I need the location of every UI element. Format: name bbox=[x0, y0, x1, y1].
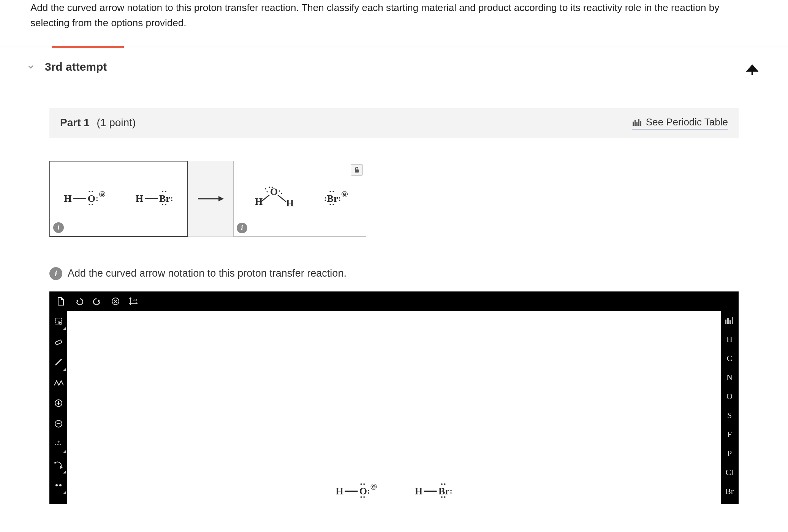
negative-charge-icon: ⊖ bbox=[371, 484, 377, 490]
svg-text:•: • bbox=[278, 188, 280, 194]
svg-point-43 bbox=[59, 484, 62, 486]
element-n-button[interactable]: N bbox=[721, 368, 738, 387]
info-icon[interactable]: i bbox=[49, 267, 62, 280]
select-icon[interactable] bbox=[50, 311, 67, 331]
attempt-label: 3rd attempt bbox=[45, 60, 107, 73]
chain-icon[interactable] bbox=[50, 372, 67, 393]
svg-rect-2 bbox=[635, 120, 636, 126]
svg-marker-27 bbox=[136, 302, 138, 304]
attempt-bar: 3rd attempt bbox=[0, 46, 788, 78]
editor-top-toolbar: 2D bbox=[50, 292, 738, 311]
svg-rect-18 bbox=[355, 169, 359, 173]
collapse-arrow-icon[interactable] bbox=[744, 60, 758, 74]
reaction-arrow bbox=[188, 161, 233, 237]
element-cl-button[interactable]: Cl bbox=[721, 463, 738, 482]
part-header: Part 1 (1 point) See Periodic Table bbox=[49, 108, 739, 138]
view-2d-button[interactable]: 2D bbox=[128, 296, 139, 307]
negative-charge-icon: ⊖ bbox=[342, 191, 348, 197]
canvas-hbr[interactable]: H ••Br••: bbox=[415, 486, 453, 497]
svg-text:•: • bbox=[265, 186, 266, 192]
periodic-mini-icon[interactable] bbox=[721, 311, 738, 330]
canvas-hydroxide[interactable]: H ••O••: ⊖ bbox=[336, 486, 377, 497]
svg-text:•: • bbox=[281, 191, 282, 196]
minus-charge-icon[interactable] bbox=[50, 413, 67, 434]
element-s-button[interactable]: S bbox=[721, 406, 738, 425]
negative-charge-icon: ⊖ bbox=[99, 191, 105, 197]
svg-rect-4 bbox=[638, 119, 639, 126]
element-br-button[interactable]: Br bbox=[721, 482, 738, 501]
clear-icon[interactable] bbox=[110, 296, 121, 307]
svg-text:H: H bbox=[286, 198, 294, 209]
info-icon[interactable]: i bbox=[237, 223, 247, 233]
svg-rect-44 bbox=[725, 320, 726, 324]
info-icon[interactable]: i bbox=[53, 222, 64, 233]
instruction-text: Add the curved arrow notation to this pr… bbox=[68, 268, 347, 279]
element-p-button[interactable]: P bbox=[721, 444, 738, 463]
lone-pair-icon[interactable]: + bbox=[50, 434, 67, 454]
editor-canvas[interactable]: H ••O••: ⊖ H ••Br••: bbox=[67, 311, 721, 504]
svg-point-41 bbox=[54, 462, 56, 464]
svg-text:• •: • • bbox=[269, 186, 273, 190]
editor-right-toolbar: H C N O S F P Cl Br bbox=[721, 311, 738, 504]
chevron-down-icon[interactable] bbox=[27, 63, 35, 71]
svg-rect-46 bbox=[729, 320, 731, 324]
plus-charge-icon[interactable] bbox=[50, 393, 67, 413]
eraser-icon[interactable] bbox=[50, 331, 67, 352]
structure-editor[interactable]: 2D bbox=[49, 291, 739, 504]
undo-icon[interactable] bbox=[73, 296, 85, 307]
periodic-table-label: See Periodic Table bbox=[646, 116, 728, 128]
element-h-button[interactable]: H bbox=[721, 330, 738, 349]
products-box[interactable]: H O • • • • • • H : ••Br••: ⊖ bbox=[233, 161, 366, 237]
svg-text:+: + bbox=[57, 440, 60, 445]
question-text: Add the curved arrow notation to this pr… bbox=[0, 0, 788, 46]
svg-point-42 bbox=[55, 484, 58, 486]
reactants-box[interactable]: H ••O••: ⊖ H ••Br••: i bbox=[49, 161, 188, 237]
bond-icon[interactable] bbox=[50, 352, 67, 372]
attempt-active-underline bbox=[52, 46, 124, 48]
lock-icon bbox=[351, 164, 363, 176]
svg-rect-3 bbox=[636, 122, 638, 126]
svg-rect-1 bbox=[633, 122, 634, 126]
redo-icon[interactable] bbox=[92, 296, 103, 307]
reactant-hydroxide: H ••O••: ⊖ bbox=[64, 193, 105, 204]
svg-text:•: • bbox=[266, 189, 268, 195]
part-title: Part 1 bbox=[60, 117, 90, 128]
product-bromide: : ••Br••: ⊖ bbox=[324, 193, 348, 204]
see-periodic-table-button[interactable]: See Periodic Table bbox=[632, 116, 728, 130]
part-points: (1 point) bbox=[97, 117, 136, 128]
svg-rect-47 bbox=[732, 317, 733, 324]
svg-marker-7 bbox=[218, 196, 224, 201]
svg-marker-25 bbox=[129, 297, 131, 299]
element-f-button[interactable]: F bbox=[721, 425, 738, 444]
periodic-table-icon bbox=[632, 118, 641, 126]
new-file-icon[interactable] bbox=[55, 296, 66, 307]
svg-rect-45 bbox=[727, 318, 729, 324]
svg-rect-31 bbox=[55, 340, 62, 345]
reactant-hbr: H ••Br••: bbox=[136, 193, 173, 204]
product-water: H O • • • • • • H bbox=[252, 186, 294, 211]
lone-pair-dots-icon[interactable] bbox=[50, 475, 67, 496]
element-o-button[interactable]: O bbox=[721, 387, 738, 406]
svg-marker-30 bbox=[59, 321, 62, 325]
svg-text:2D: 2D bbox=[133, 298, 137, 302]
element-c-button[interactable]: C bbox=[721, 349, 738, 368]
curved-arrow-icon[interactable] bbox=[50, 454, 67, 475]
editor-left-toolbar: + bbox=[50, 311, 67, 504]
reaction-scheme: H ••O••: ⊖ H ••Br••: i H O • • bbox=[49, 161, 739, 237]
svg-line-32 bbox=[55, 359, 62, 365]
svg-rect-5 bbox=[640, 121, 641, 126]
